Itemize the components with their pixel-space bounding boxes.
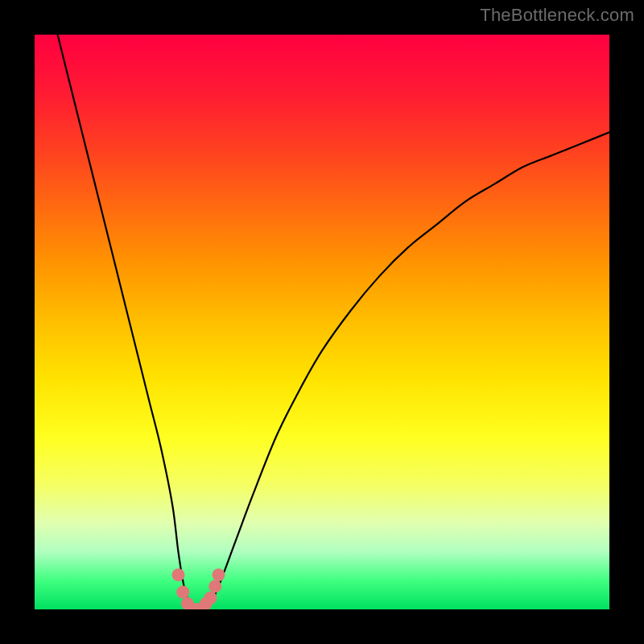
watermark-text: TheBottleneck.com xyxy=(480,5,634,26)
bottleneck-curve xyxy=(58,35,609,609)
min-marker xyxy=(208,580,221,592)
curve-layer xyxy=(35,35,609,609)
min-marker xyxy=(204,592,217,605)
min-marker xyxy=(176,586,189,599)
min-marker xyxy=(172,568,185,581)
min-region-markers xyxy=(172,568,225,609)
chart-frame: TheBottleneck.com xyxy=(0,0,644,644)
min-marker xyxy=(212,568,225,581)
plot-area xyxy=(35,35,609,609)
